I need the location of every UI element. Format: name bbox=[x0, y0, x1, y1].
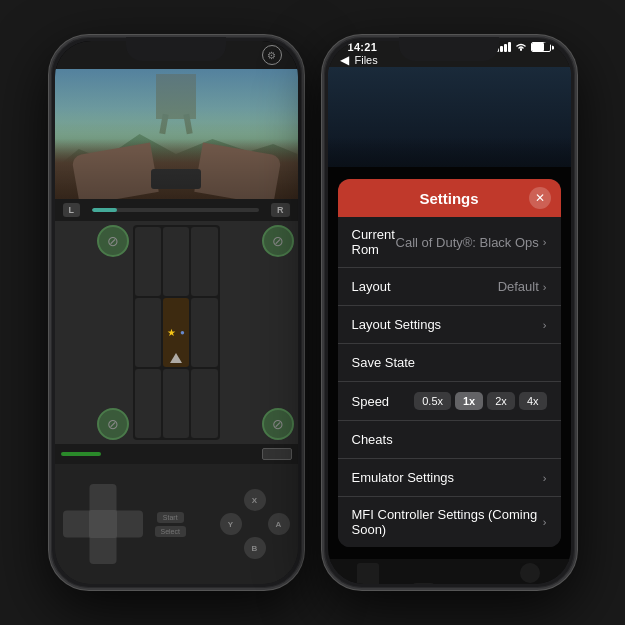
signal-bar-2 bbox=[500, 46, 503, 52]
speed-btn-1x[interactable]: 1x bbox=[455, 392, 483, 410]
phone2-x-button[interactable] bbox=[520, 563, 540, 583]
phone2-notch bbox=[399, 37, 499, 61]
signal-bar-3 bbox=[504, 44, 507, 52]
back-button[interactable]: ◀ bbox=[340, 53, 349, 67]
speed-btn-0.5x[interactable]: 0.5x bbox=[414, 392, 451, 410]
phone2-screen: 14:21 bbox=[328, 41, 571, 584]
action-btn-1[interactable]: ⊘ bbox=[97, 225, 129, 257]
settings-close-button[interactable]: ✕ bbox=[529, 187, 551, 209]
select-button[interactable]: Select bbox=[155, 526, 186, 537]
layout-value: Default bbox=[498, 279, 539, 294]
controls-mid: ⊘ ⊘ bbox=[55, 221, 298, 444]
dpad[interactable] bbox=[63, 484, 143, 564]
grid-cell-2 bbox=[191, 227, 217, 296]
mfi-arrow: › bbox=[543, 516, 547, 528]
b-button[interactable]: B bbox=[244, 537, 266, 559]
grid-cell-7 bbox=[163, 369, 189, 438]
gear-icon: ⚙ bbox=[267, 50, 276, 61]
no-sign-icon-3: ⊘ bbox=[272, 233, 284, 249]
abxy-cluster: X Y A B bbox=[220, 489, 290, 559]
notch bbox=[126, 37, 226, 61]
green-indicator bbox=[61, 452, 101, 456]
layout-settings-label: Layout Settings bbox=[352, 317, 543, 332]
mini-display bbox=[262, 448, 292, 460]
speed-options: 0.5x 1x 2x 4x bbox=[414, 392, 546, 410]
grid-cell-0 bbox=[135, 227, 161, 296]
settings-row-current-rom[interactable]: Current Rom Call of Duty®: Black Ops › bbox=[338, 217, 561, 268]
health-bar bbox=[92, 208, 259, 212]
phone1-screen: ⚙ bbox=[55, 41, 298, 584]
controls-top-bar: L R bbox=[55, 199, 298, 221]
controls-mid-row bbox=[55, 444, 298, 464]
volume-up-button[interactable] bbox=[49, 117, 50, 145]
settings-row-emulator[interactable]: Emulator Settings › bbox=[338, 459, 561, 497]
grid-cell-5 bbox=[191, 298, 217, 367]
controls-bottom: Start Select X Y A B bbox=[55, 464, 298, 584]
grid-cell-6 bbox=[135, 369, 161, 438]
settings-button[interactable]: ⚙ bbox=[262, 45, 282, 65]
layout-arrow: › bbox=[543, 281, 547, 293]
speed-label: Speed bbox=[352, 394, 415, 409]
l-button[interactable]: L bbox=[63, 203, 81, 217]
settings-header: Settings ✕ bbox=[338, 179, 561, 217]
phone2-game-bg bbox=[328, 67, 571, 167]
start-button[interactable]: Start bbox=[157, 512, 184, 523]
status-icons bbox=[496, 42, 551, 52]
settings-modal: Settings ✕ Current Rom Call of Duty®: Bl… bbox=[338, 179, 561, 547]
current-rom-value: Call of Duty®: Black Ops bbox=[396, 235, 539, 250]
volume-down-button[interactable] bbox=[49, 152, 50, 180]
x-button[interactable]: X bbox=[244, 489, 266, 511]
phone2-start[interactable]: Str bbox=[413, 583, 434, 584]
speed-btn-2x[interactable]: 2x bbox=[487, 392, 515, 410]
status-time: 14:21 bbox=[348, 41, 378, 53]
scene-vignette bbox=[55, 69, 298, 199]
phone2-volume-down-button[interactable] bbox=[322, 152, 323, 180]
phone2-dpad[interactable] bbox=[336, 563, 401, 584]
settings-row-layout[interactable]: Layout Default › bbox=[338, 268, 561, 306]
r-button[interactable]: R bbox=[271, 203, 290, 217]
dpad-center bbox=[89, 510, 117, 538]
grid-cell-3 bbox=[135, 298, 161, 367]
speed-btn-4x[interactable]: 4x bbox=[519, 392, 547, 410]
phone2: 14:21 bbox=[322, 35, 577, 590]
save-state-label: Save State bbox=[352, 355, 547, 370]
layout-settings-arrow: › bbox=[543, 319, 547, 331]
current-rom-arrow: › bbox=[543, 236, 547, 248]
game-viewport bbox=[55, 69, 298, 199]
grid-cell-center: ★ ● bbox=[163, 298, 189, 367]
star-icon: ★ bbox=[167, 327, 176, 338]
settings-overlay: Settings ✕ Current Rom Call of Duty®: Bl… bbox=[328, 167, 571, 559]
phone1: ⚙ bbox=[49, 35, 304, 590]
a-button[interactable]: A bbox=[268, 513, 290, 535]
power-button[interactable] bbox=[303, 132, 304, 172]
emulator-arrow: › bbox=[543, 472, 547, 484]
phone2-power-button[interactable] bbox=[576, 132, 577, 172]
settings-row-mfi[interactable]: MFI Controller Settings (Coming Soon) › bbox=[338, 497, 561, 547]
left-action-buttons: ⊘ ⊘ bbox=[59, 225, 129, 440]
close-icon: ✕ bbox=[535, 191, 545, 205]
battery-icon bbox=[531, 42, 551, 52]
current-rom-label: Current Rom bbox=[352, 227, 396, 257]
health-fill bbox=[92, 208, 117, 212]
settings-row-save-state[interactable]: Save State bbox=[338, 344, 561, 382]
nav-title: Files bbox=[355, 54, 378, 66]
settings-row-speed: Speed 0.5x 1x 2x 4x bbox=[338, 382, 561, 421]
phone2-abxy bbox=[498, 563, 563, 584]
grid-cell-8 bbox=[191, 369, 217, 438]
action-btn-2[interactable]: ⊘ bbox=[97, 408, 129, 440]
battery-fill bbox=[532, 43, 545, 51]
settings-row-layout-settings[interactable]: Layout Settings › bbox=[338, 306, 561, 344]
no-sign-icon: ⊘ bbox=[107, 233, 119, 249]
phone2-volume-up-button[interactable] bbox=[322, 117, 323, 145]
settings-row-cheats[interactable]: Cheats bbox=[338, 421, 561, 459]
wifi-icon bbox=[515, 42, 527, 52]
game-controls: L R ⊘ ⊘ bbox=[55, 199, 298, 584]
y-button[interactable]: Y bbox=[220, 513, 242, 535]
grid-cell-1 bbox=[163, 227, 189, 296]
action-btn-4[interactable]: ⊘ bbox=[262, 408, 294, 440]
layout-label: Layout bbox=[352, 279, 498, 294]
start-select-area: Start Select bbox=[155, 512, 186, 537]
action-btn-3[interactable]: ⊘ bbox=[262, 225, 294, 257]
phone2-bottom-controls: Str Sel bbox=[328, 559, 571, 584]
emulator-label: Emulator Settings bbox=[352, 470, 543, 485]
